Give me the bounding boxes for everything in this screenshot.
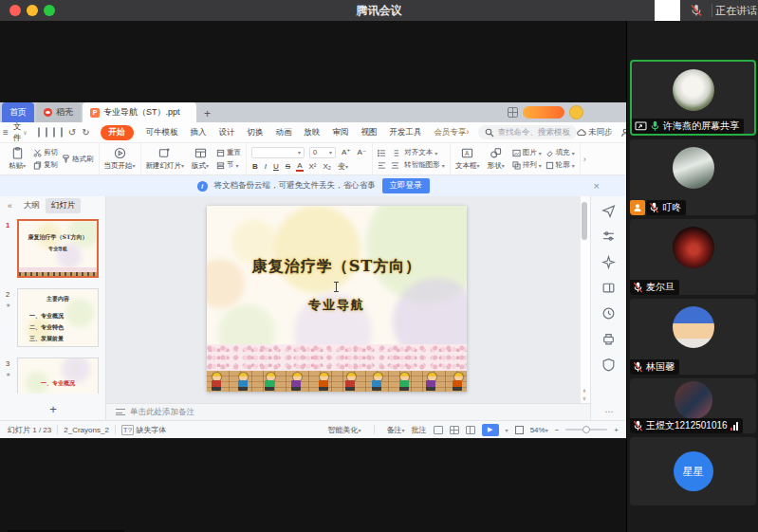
search-input[interactable]: 查找命令、搜索模板: [478, 125, 577, 139]
clock-icon[interactable]: [601, 306, 617, 321]
sync-status[interactable]: 未同步: [577, 127, 613, 138]
menu-devtools[interactable]: 开发工具: [390, 127, 422, 138]
undo-icon[interactable]: ↺: [68, 127, 76, 138]
redo-icon[interactable]: ↻: [82, 127, 89, 138]
menu-review[interactable]: 审阅: [333, 127, 349, 138]
tab-outline[interactable]: 大纲: [18, 198, 46, 213]
reset-button[interactable]: 重置: [216, 148, 241, 157]
missing-font-label[interactable]: 缺失字体: [136, 425, 166, 435]
participant-tile[interactable]: 林国馨: [630, 299, 756, 375]
scrollbar-thumb[interactable]: [582, 202, 587, 240]
bold-button[interactable]: B: [251, 162, 259, 171]
file-chevron-icon[interactable]: ∨: [23, 129, 27, 136]
panels-icon[interactable]: [601, 281, 617, 296]
outline-button[interactable]: 轮廓▾: [545, 160, 575, 170]
fit-window-icon[interactable]: [515, 426, 524, 434]
sorter-view-icon[interactable]: [450, 426, 459, 434]
notice-close-icon[interactable]: ×: [594, 180, 600, 192]
apps-grid-icon[interactable]: [508, 107, 518, 118]
collapse-panel-icon[interactable]: «: [8, 201, 12, 211]
text-effect-button[interactable]: 变▾: [337, 161, 349, 172]
font-color-button[interactable]: A: [296, 161, 303, 172]
account-avatar[interactable]: [569, 105, 583, 119]
strikethrough-button[interactable]: S: [285, 162, 291, 171]
save-icon[interactable]: [38, 127, 40, 138]
menu-membership[interactable]: 会员专享›: [434, 127, 470, 138]
scroll-down-icon[interactable]: ∨: [582, 394, 586, 401]
scroll-up-icon[interactable]: ∧: [582, 387, 586, 394]
file-menu[interactable]: 文件: [13, 121, 22, 144]
strip-more-icon[interactable]: ⋯: [591, 407, 627, 416]
increase-font-button[interactable]: A⁺: [341, 148, 352, 156]
italic-button[interactable]: I: [264, 162, 268, 171]
font-size-select[interactable]: 0▾: [309, 147, 336, 158]
tab-home[interactable]: 首页: [2, 102, 34, 122]
zoom-slider[interactable]: [565, 429, 607, 431]
paste-button[interactable]: 粘贴▾: [5, 147, 29, 171]
shape-button[interactable]: 形状▾: [484, 147, 508, 171]
slide-thumbnail-2[interactable]: 主要内容 一、专业概况 二、专业特色 三、发展前景: [17, 288, 99, 347]
template-name[interactable]: 2_Crayons_2: [64, 426, 109, 434]
note-toggle[interactable]: 备注▾: [387, 425, 405, 435]
menu-insert[interactable]: 插入: [191, 127, 207, 138]
login-now-button[interactable]: 立即登录: [382, 178, 430, 193]
tab-document[interactable]: P专业导航（ST）.ppt: [83, 102, 196, 122]
decrease-font-button[interactable]: A⁻: [357, 148, 368, 156]
align-text-button[interactable]: 对齐文本▾: [404, 148, 437, 157]
participant-tile[interactable]: 许海燕的屏幕共享: [630, 60, 756, 136]
vertical-scrollbar[interactable]: [581, 200, 588, 395]
menu-templates[interactable]: 可牛模板: [146, 127, 178, 138]
slideshow-play-button[interactable]: ▶: [482, 424, 499, 436]
zoom-knob[interactable]: [582, 426, 590, 433]
participant-tile[interactable]: 星星: [630, 437, 756, 505]
zoom-level[interactable]: 54%▾: [530, 426, 548, 434]
member-promo-pill[interactable]: [523, 106, 564, 119]
menu-start[interactable]: 开始: [101, 125, 134, 140]
bullet-list-icon[interactable]: [378, 149, 386, 157]
slide-thumbnail-1[interactable]: 康复治疗学（ST方向） 专业导航: [17, 219, 99, 278]
comment-button[interactable]: 批注: [412, 425, 427, 435]
underline-button[interactable]: U: [272, 162, 280, 171]
properties-sliders-icon[interactable]: [601, 229, 617, 245]
tab-slides[interactable]: 幻灯片: [46, 198, 82, 213]
magic-star-icon[interactable]: [601, 255, 617, 270]
arrange-button[interactable]: 排列▾: [512, 160, 542, 170]
ribbon-more-button[interactable]: ›: [581, 143, 589, 174]
subscript-button[interactable]: X₂: [323, 162, 332, 171]
notes-bar[interactable]: 单击此处添加备注: [106, 403, 590, 420]
menu-transition[interactable]: 切换: [248, 127, 264, 138]
participant-tile[interactable]: 叮咚: [630, 139, 756, 215]
current-slide[interactable]: 康复治疗学（ST方向） 专业导航: [207, 206, 467, 392]
participant-tile[interactable]: 麦尔旦: [630, 219, 756, 295]
copy-button[interactable]: 复制: [33, 160, 58, 170]
font-family-select[interactable]: ▾: [251, 147, 305, 158]
export-icon[interactable]: [46, 127, 47, 138]
slide-layout-button[interactable]: 版式▾: [188, 147, 213, 171]
play-from-current-button[interactable]: 当页开始▾: [104, 147, 136, 171]
beautify-button[interactable]: 智能美化▾: [328, 425, 361, 435]
add-slide-button[interactable]: +: [0, 402, 106, 416]
reading-view-icon[interactable]: [466, 426, 475, 434]
menu-view[interactable]: 视图: [361, 127, 378, 138]
textbox-button[interactable]: A 文本框▾: [455, 147, 480, 171]
normal-view-icon[interactable]: [434, 426, 443, 434]
print-icon[interactable]: [53, 127, 55, 138]
fill-button[interactable]: 填充▾: [545, 148, 575, 157]
align-center-icon[interactable]: [391, 161, 399, 170]
numbered-list-icon[interactable]: [391, 149, 399, 157]
cut-button[interactable]: 剪切: [33, 148, 58, 157]
smart-graphic-button[interactable]: 转智能图形▾: [404, 160, 445, 170]
send-plane-icon[interactable]: [601, 204, 617, 219]
new-tab-button[interactable]: +: [204, 107, 211, 122]
zoom-in-button[interactable]: +: [614, 426, 619, 434]
zoom-out-button[interactable]: −: [555, 426, 560, 434]
picture-button[interactable]: 图片▾: [512, 148, 542, 157]
slide-thumbnail-3[interactable]: 一、专业概况: [17, 358, 99, 394]
format-painter-button[interactable]: 格式刷: [62, 155, 94, 164]
printer-box-icon[interactable]: [601, 332, 617, 347]
participant-tile[interactable]: 王煜文1212501016: [630, 378, 756, 433]
new-slide-button[interactable]: 新建幻灯片▾: [146, 147, 185, 171]
align-left-icon[interactable]: [378, 161, 386, 170]
menu-animation[interactable]: 动画: [276, 127, 292, 138]
play-options-icon[interactable]: ▾: [506, 427, 508, 433]
